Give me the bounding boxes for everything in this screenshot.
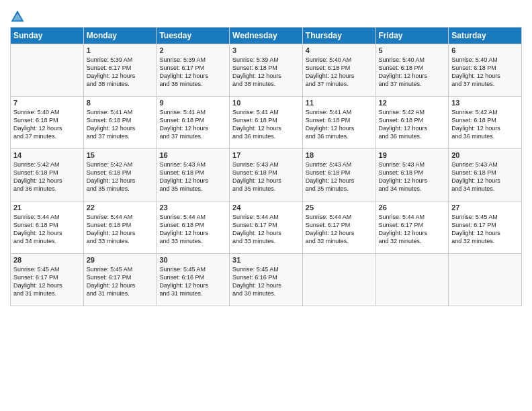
day-info: Sunrise: 5:41 AMSunset: 6:18 PMDaylight:…: [87, 108, 154, 141]
day-number: 24: [232, 203, 300, 212]
calendar-cell: 11Sunrise: 5:41 AMSunset: 6:18 PMDayligh…: [302, 97, 375, 149]
calendar-cell: 26Sunrise: 5:44 AMSunset: 6:17 PMDayligh…: [375, 201, 449, 254]
day-info: Sunrise: 5:41 AMSunset: 6:18 PMDaylight:…: [306, 108, 373, 141]
header: [10, 7, 522, 24]
day-info: Sunrise: 5:45 AMSunset: 6:16 PMDaylight:…: [159, 265, 226, 298]
day-number: 4: [306, 46, 373, 54]
page-container: SundayMondayTuesdayWednesdayThursdayFrid…: [0, 0, 532, 313]
day-number: 14: [13, 151, 81, 159]
day-info: Sunrise: 5:39 AMSunset: 6:18 PMDaylight:…: [232, 56, 300, 89]
calendar-cell: 10Sunrise: 5:41 AMSunset: 6:18 PMDayligh…: [230, 97, 303, 149]
calendar-cell: 1Sunrise: 5:39 AMSunset: 6:17 PMDaylight…: [83, 44, 157, 97]
day-number: 3: [232, 46, 300, 54]
calendar-cell: 4Sunrise: 5:40 AMSunset: 6:18 PMDaylight…: [302, 44, 375, 97]
day-info: Sunrise: 5:43 AMSunset: 6:18 PMDaylight:…: [379, 161, 446, 193]
calendar-cell: 9Sunrise: 5:41 AMSunset: 6:18 PMDaylight…: [157, 97, 230, 149]
day-number: 16: [159, 151, 226, 159]
day-info: Sunrise: 5:45 AMSunset: 6:17 PMDaylight:…: [451, 213, 519, 246]
calendar-week-row: 14Sunrise: 5:42 AMSunset: 6:18 PMDayligh…: [11, 149, 522, 201]
calendar-cell: [302, 254, 375, 306]
day-number: 21: [13, 203, 81, 212]
calendar-table: SundayMondayTuesdayWednesdayThursdayFrid…: [10, 27, 522, 306]
day-number: 31: [232, 256, 300, 264]
day-number: 8: [87, 99, 154, 107]
day-info: Sunrise: 5:40 AMSunset: 6:18 PMDaylight:…: [306, 56, 373, 89]
weekday-header: Wednesday: [230, 28, 303, 44]
calendar-cell: [375, 254, 449, 306]
calendar-cell: 20Sunrise: 5:43 AMSunset: 6:18 PMDayligh…: [449, 149, 522, 201]
calendar-cell: 30Sunrise: 5:45 AMSunset: 6:16 PMDayligh…: [157, 254, 230, 306]
day-number: 15: [87, 151, 154, 159]
calendar-cell: [449, 254, 522, 306]
calendar-cell: 18Sunrise: 5:43 AMSunset: 6:18 PMDayligh…: [302, 149, 375, 201]
calendar-week-row: 1Sunrise: 5:39 AMSunset: 6:17 PMDaylight…: [11, 44, 522, 97]
day-number: 6: [451, 46, 519, 54]
calendar-cell: [11, 44, 84, 97]
day-number: 2: [159, 46, 226, 54]
day-number: 26: [379, 203, 446, 212]
day-number: 17: [232, 151, 300, 159]
day-number: 28: [13, 256, 81, 264]
logo-icon: [10, 9, 25, 24]
day-info: Sunrise: 5:44 AMSunset: 6:17 PMDaylight:…: [306, 213, 373, 246]
day-number: 11: [306, 99, 373, 107]
logo: [10, 9, 26, 24]
day-info: Sunrise: 5:45 AMSunset: 6:17 PMDaylight:…: [13, 265, 81, 298]
day-number: 19: [379, 151, 446, 159]
calendar-cell: 16Sunrise: 5:43 AMSunset: 6:18 PMDayligh…: [157, 149, 230, 201]
day-info: Sunrise: 5:42 AMSunset: 6:18 PMDaylight:…: [13, 161, 81, 193]
weekday-header: Tuesday: [157, 28, 230, 44]
day-info: Sunrise: 5:43 AMSunset: 6:18 PMDaylight:…: [306, 161, 373, 193]
weekday-header: Friday: [375, 28, 449, 44]
calendar-cell: 15Sunrise: 5:42 AMSunset: 6:18 PMDayligh…: [83, 149, 157, 201]
day-number: 30: [159, 256, 226, 264]
calendar-cell: 3Sunrise: 5:39 AMSunset: 6:18 PMDaylight…: [230, 44, 303, 97]
day-number: 27: [451, 203, 519, 212]
day-info: Sunrise: 5:40 AMSunset: 6:18 PMDaylight:…: [13, 108, 81, 141]
calendar-cell: 13Sunrise: 5:42 AMSunset: 6:18 PMDayligh…: [449, 97, 522, 149]
day-info: Sunrise: 5:45 AMSunset: 6:16 PMDaylight:…: [232, 265, 300, 298]
day-number: 9: [159, 99, 226, 107]
day-number: 1: [87, 46, 154, 54]
day-info: Sunrise: 5:43 AMSunset: 6:18 PMDaylight:…: [159, 161, 226, 193]
day-number: 12: [379, 99, 446, 107]
day-info: Sunrise: 5:42 AMSunset: 6:18 PMDaylight:…: [379, 108, 446, 141]
calendar-cell: 12Sunrise: 5:42 AMSunset: 6:18 PMDayligh…: [375, 97, 449, 149]
calendar-header-row: SundayMondayTuesdayWednesdayThursdayFrid…: [11, 28, 522, 44]
weekday-header: Sunday: [11, 28, 84, 44]
calendar-cell: 27Sunrise: 5:45 AMSunset: 6:17 PMDayligh…: [449, 201, 522, 254]
calendar-week-row: 7Sunrise: 5:40 AMSunset: 6:18 PMDaylight…: [11, 97, 522, 149]
calendar-cell: 31Sunrise: 5:45 AMSunset: 6:16 PMDayligh…: [230, 254, 303, 306]
weekday-header: Thursday: [302, 28, 375, 44]
day-number: 7: [13, 99, 81, 107]
calendar-cell: 17Sunrise: 5:43 AMSunset: 6:18 PMDayligh…: [230, 149, 303, 201]
day-info: Sunrise: 5:43 AMSunset: 6:18 PMDaylight:…: [232, 161, 300, 193]
weekday-header: Monday: [83, 28, 157, 44]
day-info: Sunrise: 5:44 AMSunset: 6:18 PMDaylight:…: [13, 213, 81, 246]
day-number: 5: [379, 46, 446, 54]
calendar-week-row: 21Sunrise: 5:44 AMSunset: 6:18 PMDayligh…: [11, 201, 522, 254]
calendar-cell: 23Sunrise: 5:44 AMSunset: 6:18 PMDayligh…: [157, 201, 230, 254]
day-info: Sunrise: 5:42 AMSunset: 6:18 PMDaylight:…: [87, 161, 154, 193]
day-info: Sunrise: 5:44 AMSunset: 6:18 PMDaylight:…: [159, 213, 226, 246]
calendar-cell: 8Sunrise: 5:41 AMSunset: 6:18 PMDaylight…: [83, 97, 157, 149]
calendar-cell: 24Sunrise: 5:44 AMSunset: 6:17 PMDayligh…: [230, 201, 303, 254]
calendar-cell: 14Sunrise: 5:42 AMSunset: 6:18 PMDayligh…: [11, 149, 84, 201]
day-number: 22: [87, 203, 154, 212]
calendar-cell: 6Sunrise: 5:40 AMSunset: 6:18 PMDaylight…: [449, 44, 522, 97]
calendar-week-row: 28Sunrise: 5:45 AMSunset: 6:17 PMDayligh…: [11, 254, 522, 306]
day-number: 10: [232, 99, 300, 107]
calendar-cell: 29Sunrise: 5:45 AMSunset: 6:17 PMDayligh…: [83, 254, 157, 306]
day-number: 18: [306, 151, 373, 159]
day-info: Sunrise: 5:42 AMSunset: 6:18 PMDaylight:…: [451, 108, 519, 141]
day-info: Sunrise: 5:39 AMSunset: 6:17 PMDaylight:…: [159, 56, 226, 89]
day-info: Sunrise: 5:40 AMSunset: 6:18 PMDaylight:…: [451, 56, 519, 89]
day-info: Sunrise: 5:45 AMSunset: 6:17 PMDaylight:…: [87, 265, 154, 298]
day-info: Sunrise: 5:44 AMSunset: 6:17 PMDaylight:…: [379, 213, 446, 246]
calendar-cell: 19Sunrise: 5:43 AMSunset: 6:18 PMDayligh…: [375, 149, 449, 201]
calendar-cell: 7Sunrise: 5:40 AMSunset: 6:18 PMDaylight…: [11, 97, 84, 149]
calendar-cell: 2Sunrise: 5:39 AMSunset: 6:17 PMDaylight…: [157, 44, 230, 97]
weekday-header: Saturday: [449, 28, 522, 44]
calendar-cell: 5Sunrise: 5:40 AMSunset: 6:18 PMDaylight…: [375, 44, 449, 97]
day-info: Sunrise: 5:41 AMSunset: 6:18 PMDaylight:…: [159, 108, 226, 141]
